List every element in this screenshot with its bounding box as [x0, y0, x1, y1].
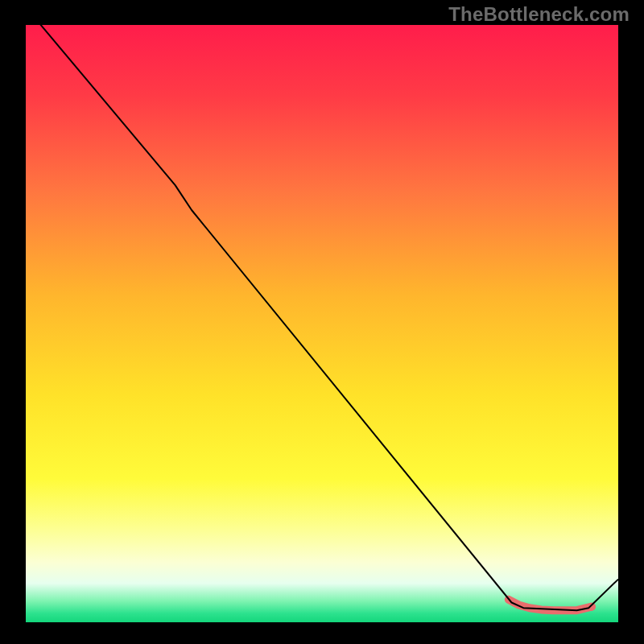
chart-plot [26, 25, 618, 622]
watermark-text: TheBottleneck.com [448, 3, 630, 26]
chart-background [26, 25, 618, 622]
chart-svg [26, 25, 618, 622]
chart-frame: TheBottleneck.com [0, 0, 644, 644]
